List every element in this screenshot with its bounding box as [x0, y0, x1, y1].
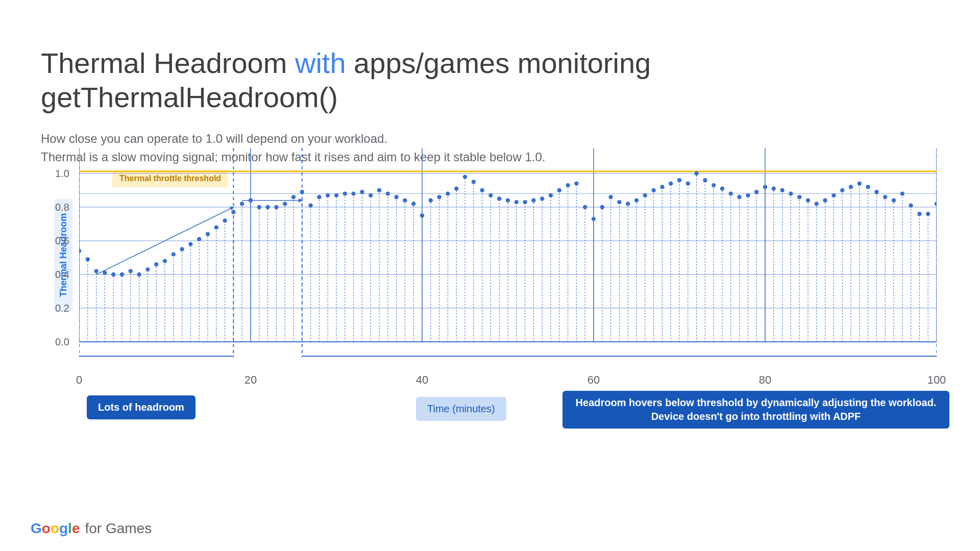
x-tick: 60 [587, 373, 600, 387]
svg-point-187 [797, 195, 801, 199]
svg-point-117 [497, 196, 501, 201]
svg-point-169 [720, 187, 724, 191]
y-tick: 0.8 [55, 202, 69, 213]
svg-point-139 [592, 217, 596, 221]
svg-point-181 [772, 187, 776, 191]
svg-point-211 [900, 191, 904, 195]
svg-point-115 [488, 193, 493, 197]
svg-point-205 [874, 190, 878, 194]
svg-point-107 [454, 187, 458, 191]
subtitle-line1: How close you can operate to 1.0 will de… [41, 132, 387, 145]
chart [79, 148, 937, 372]
svg-point-161 [686, 182, 690, 186]
svg-point-173 [737, 195, 741, 199]
y-tick: 0.6 [55, 235, 69, 247]
svg-point-67 [283, 202, 287, 206]
svg-point-151 [643, 193, 647, 197]
svg-point-87 [369, 193, 373, 197]
svg-point-75 [317, 195, 321, 199]
svg-point-189 [806, 198, 810, 203]
y-axis-label: Thermal Headroom [54, 199, 72, 311]
svg-point-165 [703, 178, 707, 182]
svg-point-143 [608, 195, 612, 199]
svg-point-157 [669, 182, 673, 186]
svg-point-215 [917, 212, 921, 216]
badge-headroom-hovers: Headroom hovers below threshold by dynam… [562, 391, 949, 429]
svg-point-29 [120, 272, 124, 277]
svg-point-137 [583, 205, 587, 209]
x-tick: 80 [759, 373, 771, 387]
svg-point-91 [386, 191, 390, 195]
svg-point-27 [111, 272, 115, 277]
svg-point-199 [849, 185, 853, 189]
svg-point-129 [549, 193, 553, 197]
svg-point-37 [154, 262, 158, 266]
svg-point-219 [935, 202, 937, 206]
svg-point-133 [566, 183, 570, 187]
footer-suffix: for Games [85, 520, 152, 537]
svg-point-105 [446, 191, 450, 195]
svg-point-113 [480, 188, 484, 192]
badge-lots-of-headroom: Lots of headroom [87, 395, 195, 419]
svg-point-77 [326, 193, 330, 197]
svg-point-147 [626, 202, 630, 206]
svg-point-153 [651, 188, 655, 192]
svg-point-41 [172, 252, 176, 256]
svg-point-213 [909, 204, 913, 208]
svg-point-177 [754, 190, 758, 194]
svg-point-53 [223, 218, 227, 222]
svg-point-203 [866, 185, 870, 189]
svg-point-57 [240, 202, 244, 206]
svg-point-69 [291, 195, 296, 199]
svg-point-79 [334, 193, 338, 197]
svg-point-65 [274, 205, 278, 209]
svg-point-103 [437, 195, 441, 199]
svg-point-155 [660, 185, 664, 189]
svg-point-49 [206, 232, 210, 236]
svg-point-175 [746, 193, 750, 197]
svg-point-55 [231, 210, 235, 214]
svg-point-93 [394, 195, 398, 199]
y-tick: 0.0 [55, 336, 69, 348]
y-tick: 1.0 [55, 168, 69, 180]
svg-point-95 [403, 198, 407, 203]
svg-point-167 [712, 183, 716, 187]
x-axis-label: Time (minutes) [416, 397, 506, 421]
svg-point-123 [523, 200, 527, 204]
google-logo: Google [31, 520, 80, 537]
svg-point-141 [600, 205, 604, 209]
svg-point-195 [831, 193, 836, 197]
x-tick: 40 [416, 373, 428, 387]
title-accent: with [295, 47, 346, 79]
slide: Thermal Headroom with apps/games monitor… [0, 0, 980, 551]
svg-point-47 [197, 237, 201, 241]
svg-point-197 [840, 188, 844, 192]
y-tick: 0.4 [55, 269, 69, 281]
svg-point-201 [857, 182, 862, 186]
svg-point-89 [377, 188, 381, 192]
svg-point-191 [815, 202, 819, 206]
svg-point-185 [789, 191, 793, 195]
svg-point-111 [472, 180, 476, 184]
x-tick: 0 [76, 373, 82, 387]
svg-point-135 [574, 182, 578, 186]
svg-point-97 [411, 202, 415, 206]
svg-point-51 [214, 225, 218, 229]
svg-point-43 [180, 247, 184, 251]
svg-point-101 [429, 198, 433, 203]
x-tick: 20 [244, 373, 257, 387]
svg-point-163 [694, 171, 698, 176]
svg-point-131 [557, 188, 561, 192]
svg-point-209 [892, 198, 896, 203]
svg-point-171 [729, 191, 733, 195]
svg-point-23 [94, 269, 98, 273]
y-tick: 0.2 [55, 303, 69, 314]
svg-point-149 [634, 198, 639, 203]
svg-point-145 [617, 200, 621, 204]
svg-point-19 [79, 249, 81, 253]
svg-point-121 [514, 200, 519, 204]
svg-point-71 [300, 190, 304, 194]
svg-point-73 [308, 204, 312, 208]
svg-point-99 [420, 213, 424, 217]
svg-point-207 [883, 195, 887, 199]
